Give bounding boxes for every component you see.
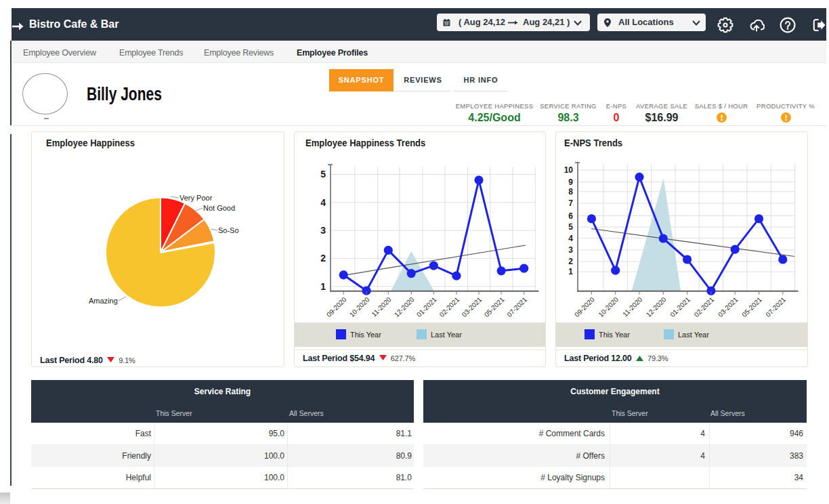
svg-text:8: 8 (568, 187, 573, 196)
svg-text:09-2020: 09-2020 (573, 295, 596, 318)
svg-text:10: 10 (564, 165, 574, 175)
svg-text:03-2021: 03-2021 (717, 295, 740, 318)
svg-text:9: 9 (568, 177, 573, 187)
svg-text:1: 1 (568, 267, 573, 276)
svg-text:So-So: So-So (218, 226, 239, 234)
svg-text:02-2021: 02-2021 (693, 295, 716, 318)
svg-text:11-2020: 11-2020 (621, 295, 644, 318)
svg-text:05-2021: 05-2021 (483, 295, 506, 318)
svg-text:6: 6 (568, 211, 573, 221)
svg-text:01-2021: 01-2021 (668, 295, 692, 318)
svg-text:Not Good: Not Good (203, 204, 235, 212)
svg-text:01-2021: 01-2021 (415, 295, 438, 318)
svg-text:7: 7 (568, 198, 573, 208)
svg-text:10-2020: 10-2020 (597, 295, 620, 318)
svg-text:2: 2 (568, 257, 573, 266)
svg-text:4: 4 (320, 197, 326, 208)
svg-text:03-2021: 03-2021 (461, 295, 484, 318)
svg-text:Very Poor: Very Poor (179, 194, 213, 202)
svg-text:5: 5 (568, 222, 573, 232)
svg-text:12-2020: 12-2020 (393, 295, 416, 318)
svg-text:02-2021: 02-2021 (438, 295, 461, 318)
svg-text:2: 2 (320, 253, 326, 264)
svg-text:4: 4 (568, 234, 573, 243)
svg-text:10-2020: 10-2020 (348, 295, 371, 318)
svg-text:5: 5 (320, 169, 326, 180)
svg-text:09-2020: 09-2020 (325, 295, 348, 318)
svg-text:07-2021: 07-2021 (505, 295, 528, 318)
svg-text:05-2021: 05-2021 (740, 295, 763, 318)
svg-text:3: 3 (320, 225, 326, 236)
svg-text:07-2021: 07-2021 (764, 295, 787, 318)
svg-text:3: 3 (568, 245, 573, 255)
svg-text:11-2020: 11-2020 (370, 295, 394, 318)
svg-text:1: 1 (320, 281, 326, 292)
svg-text:Amazing: Amazing (89, 297, 118, 305)
svg-text:12-2020: 12-2020 (645, 295, 668, 318)
